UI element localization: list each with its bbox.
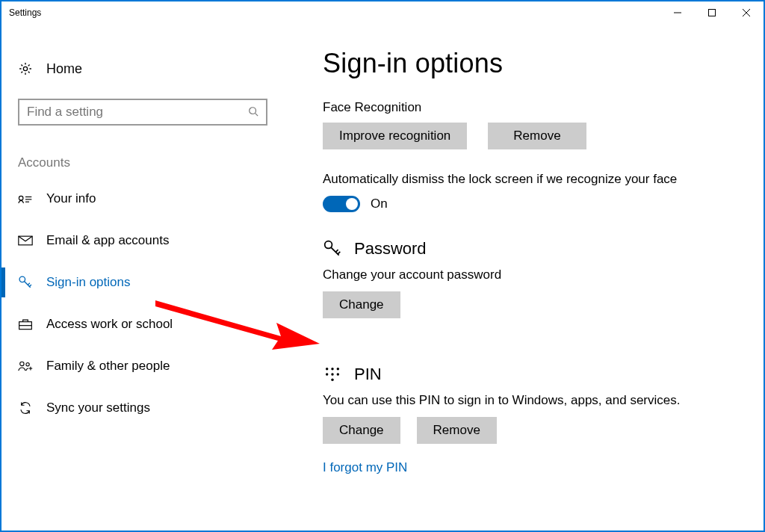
nav-item-family[interactable]: Family & other people — [1, 345, 284, 387]
svg-line-6 — [255, 113, 258, 116]
page-title: Sign-in options — [323, 48, 746, 79]
nav-item-label: Access work or school — [46, 317, 173, 332]
briefcase-icon — [18, 317, 33, 332]
svg-point-22 — [325, 241, 332, 249]
pin-desc: You can use this PIN to sign in to Windo… — [323, 393, 746, 408]
nav-item-sign-in[interactable]: Sign-in options — [1, 262, 284, 303]
svg-point-31 — [337, 373, 339, 375]
password-desc: Change your account password — [323, 267, 746, 282]
nav-section-label: Accounts — [18, 155, 284, 170]
pin-section-header: PIN — [323, 365, 746, 384]
remove-face-button[interactable]: Remove — [488, 123, 586, 149]
key-icon — [323, 239, 342, 259]
sync-icon — [18, 400, 33, 415]
change-pin-button[interactable]: Change — [323, 417, 400, 444]
caption-buttons — [660, 1, 764, 24]
svg-point-5 — [250, 107, 256, 114]
change-password-button[interactable]: Change — [323, 291, 400, 318]
nav-item-your-info[interactable]: Your info — [1, 178, 284, 220]
nav-item-label: Email & app accounts — [46, 233, 169, 248]
maximize-button[interactable] — [695, 1, 729, 24]
nav-item-label: Sign-in options — [46, 275, 130, 290]
svg-point-30 — [331, 373, 333, 375]
svg-point-28 — [337, 368, 339, 370]
key-icon — [18, 275, 33, 290]
gear-icon — [18, 61, 33, 76]
window-title: Settings — [9, 7, 41, 18]
svg-point-12 — [19, 276, 25, 282]
svg-point-4 — [23, 66, 27, 70]
svg-point-26 — [326, 368, 328, 370]
people-icon — [18, 359, 33, 374]
svg-line-15 — [29, 285, 31, 287]
settings-window: Settings Home — [0, 0, 765, 532]
svg-line-25 — [338, 252, 340, 254]
face-heading: Face Recognition — [323, 100, 746, 115]
svg-line-24 — [335, 250, 338, 252]
titlebar: Settings — [1, 1, 764, 24]
svg-point-27 — [331, 368, 333, 370]
pin-pad-icon — [323, 365, 342, 384]
improve-recognition-button[interactable]: Improve recognition — [323, 123, 467, 149]
svg-point-32 — [331, 379, 333, 381]
search-icon — [248, 106, 258, 119]
password-section-header: Password — [323, 239, 746, 259]
face-auto-dismiss-toggle[interactable] — [323, 196, 360, 212]
person-card-icon — [18, 191, 33, 206]
svg-point-29 — [326, 373, 328, 375]
nav-item-label: Family & other people — [46, 359, 170, 374]
search-input[interactable] — [27, 105, 248, 120]
svg-point-18 — [20, 362, 24, 365]
search-box[interactable] — [18, 99, 267, 126]
toggle-state-label: On — [371, 197, 388, 211]
nav-item-work-school[interactable]: Access work or school — [1, 303, 284, 345]
nav-panel: Home Accounts — [1, 24, 284, 531]
nav-home[interactable]: Home — [1, 54, 284, 84]
content-panel: Sign-in options Face Recognition Improve… — [284, 24, 764, 531]
svg-line-14 — [28, 283, 30, 285]
nav-item-email[interactable]: Email & app accounts — [1, 220, 284, 262]
svg-rect-1 — [709, 10, 716, 16]
minimize-button[interactable] — [660, 1, 695, 24]
nav-item-sync[interactable]: Sync your settings — [1, 387, 284, 429]
svg-point-19 — [26, 363, 29, 366]
forgot-pin-link[interactable]: I forgot my PIN — [323, 460, 746, 475]
face-auto-dismiss-text: Automatically dismiss the lock screen if… — [323, 172, 746, 187]
nav-item-label: Your info — [46, 191, 96, 206]
password-heading: Password — [354, 239, 427, 259]
mail-icon — [18, 233, 33, 248]
svg-point-7 — [19, 196, 23, 200]
remove-pin-button[interactable]: Remove — [417, 417, 497, 444]
close-button[interactable] — [729, 1, 764, 24]
pin-heading: PIN — [354, 365, 382, 384]
nav-home-label: Home — [46, 61, 82, 77]
nav-item-label: Sync your settings — [46, 400, 150, 415]
